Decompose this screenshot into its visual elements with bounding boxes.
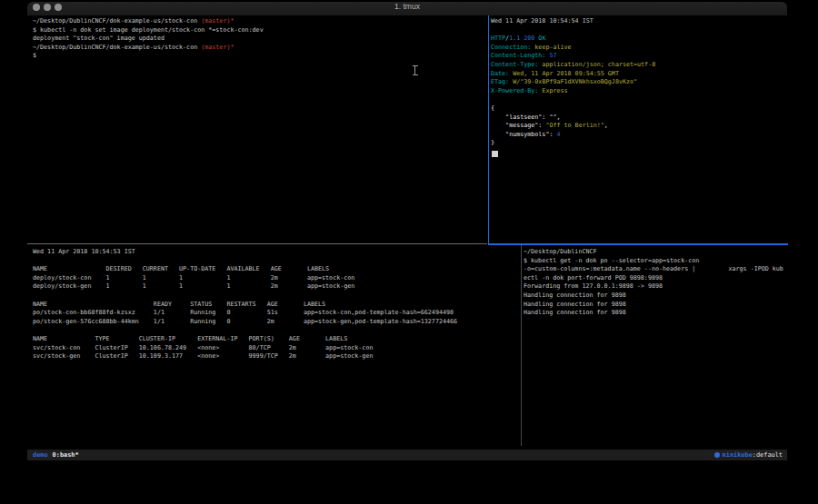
terminal-line: svc/stock-con ClusterIP 10.106.78.249 <n… xyxy=(33,344,514,353)
terminal-line: NAME DESIRED CURRENT UP-TO-DATE AVAILABL… xyxy=(33,265,514,274)
terminal-line: Date: Wed, 11 Apr 2018 09:54:55 GMT xyxy=(491,70,783,79)
pane-bottom-right[interactable]: ~/Desktop/DublinCNCF$ kubectl get -n dok… xyxy=(524,248,785,318)
terminal-line xyxy=(33,326,514,335)
tmux-status-bar: demo0:bash* minikube:default xyxy=(27,450,787,460)
kubernetes-icon xyxy=(714,452,720,458)
terminal-line: "message": "Off to Berlin!", xyxy=(491,122,783,131)
pane-bottom-left[interactable]: Wed 11 Apr 2018 10:54:53 ISTNAME DESIRED… xyxy=(33,248,514,361)
tmux-session-name[interactable]: demo xyxy=(33,451,48,459)
pane-divider-horizontal-right[interactable] xyxy=(488,243,788,245)
terminal-line: ectl -n dok port-forward POD 9898:9898 xyxy=(524,274,785,283)
terminal-line: deployment "stock-con" image updated xyxy=(33,35,485,44)
terminal-line: Handling connection for 9898 xyxy=(524,309,785,318)
terminal-line: po/stock-gen-576cc688bb-44kmn 1/1 Runnin… xyxy=(33,318,514,327)
terminal-line: Content-Type: application/json; charset=… xyxy=(491,61,783,70)
tmux-terminal: ~/Desktop/DublinCNCF/dok-example-us/stoc… xyxy=(27,15,787,450)
terminal-line: Handling connection for 9898 xyxy=(524,301,785,310)
pane-divider-horizontal-left[interactable] xyxy=(27,243,487,244)
pane-top-right[interactable]: Wed 11 Apr 2018 10:54:54 ISTHTTP/1.1 200… xyxy=(491,17,783,148)
terminal-line: $ xyxy=(33,52,485,61)
terminal-line: HTTP/1.1 200 OK xyxy=(491,35,783,44)
pane-top-left[interactable]: ~/Desktop/DublinCNCF/dok-example-us/stoc… xyxy=(33,17,485,61)
status-left: demo0:bash* xyxy=(33,450,79,460)
terminal-line: ~/Desktop/DublinCNCF xyxy=(524,248,785,257)
window-titlebar[interactable]: 1. tmux xyxy=(27,2,787,15)
terminal-line: deploy/stock-gen 1 1 1 1 2m app=stock-ge… xyxy=(33,282,514,292)
terminal-line: Wed 11 Apr 2018 10:54:54 IST xyxy=(491,17,783,26)
terminal-cursor xyxy=(492,151,498,158)
terminal-window: 1. tmux ~/Desktop/DublinCNCF/dok-example… xyxy=(27,2,787,460)
terminal-line xyxy=(33,257,514,266)
status-right: minikube:default xyxy=(714,450,783,460)
terminal-line: NAME TYPE CLUSTER-IP EXTERNAL-IP PORT(S)… xyxy=(33,335,514,344)
window-title: 1. tmux xyxy=(27,2,787,15)
terminal-line: "numsymbols": 4 xyxy=(491,131,783,140)
terminal-line: svc/stock-gen ClusterIP 10.109.3.177 <no… xyxy=(33,352,514,361)
kube-namespace: :default xyxy=(753,450,783,460)
terminal-line: Forwarding from 127.0.0.1:9898 -> 9898 xyxy=(524,282,785,292)
terminal-line xyxy=(33,292,514,301)
terminal-line: ETag: W/"39-0xBPf9aF1dXVNkhsxoBQgJ8vKzo" xyxy=(491,78,783,87)
pane-divider-vertical-bottom[interactable] xyxy=(521,245,522,446)
terminal-line: $ kubectl -n dok set image deployment/st… xyxy=(33,26,485,35)
terminal-line: X-Powered-By: Express xyxy=(491,87,783,96)
terminal-line: ~/Desktop/DublinCNCF/dok-example-us/stoc… xyxy=(33,44,485,53)
desktop-background: 1. tmux ~/Desktop/DublinCNCF/dok-example… xyxy=(0,0,818,504)
terminal-line xyxy=(491,95,783,104)
terminal-line: Wed 11 Apr 2018 10:54:53 IST xyxy=(33,248,514,257)
terminal-line: } xyxy=(491,139,783,148)
terminal-line: { xyxy=(491,104,783,114)
terminal-line: -o=custom-columns=:metadata.name --no-he… xyxy=(524,265,785,274)
terminal-line: $ kubectl get -n dok po --selector=app=s… xyxy=(524,257,785,266)
terminal-line: deploy/stock-con 1 1 1 1 2m app=stock-co… xyxy=(33,274,514,283)
terminal-line: Connection: keep-alive xyxy=(491,44,783,53)
tmux-window-item[interactable]: 0:bash* xyxy=(53,451,79,459)
terminal-line: Handling connection for 9898 xyxy=(524,292,785,301)
pane-divider-vertical-top[interactable] xyxy=(488,15,490,244)
terminal-line: "lastseen": "", xyxy=(491,114,783,123)
mouse-text-cursor xyxy=(414,65,415,75)
terminal-line: NAME READY STATUS RESTARTS AGE LABELS xyxy=(33,301,514,310)
kube-context: minikube xyxy=(723,450,753,460)
terminal-line: po/stock-con-bb68f88fd-kzsxz 1/1 Running… xyxy=(33,309,514,318)
terminal-line: ~/Desktop/DublinCNCF/dok-example-us/stoc… xyxy=(33,17,485,26)
terminal-line xyxy=(491,26,783,35)
terminal-line: Content-Length: 57 xyxy=(491,52,783,61)
